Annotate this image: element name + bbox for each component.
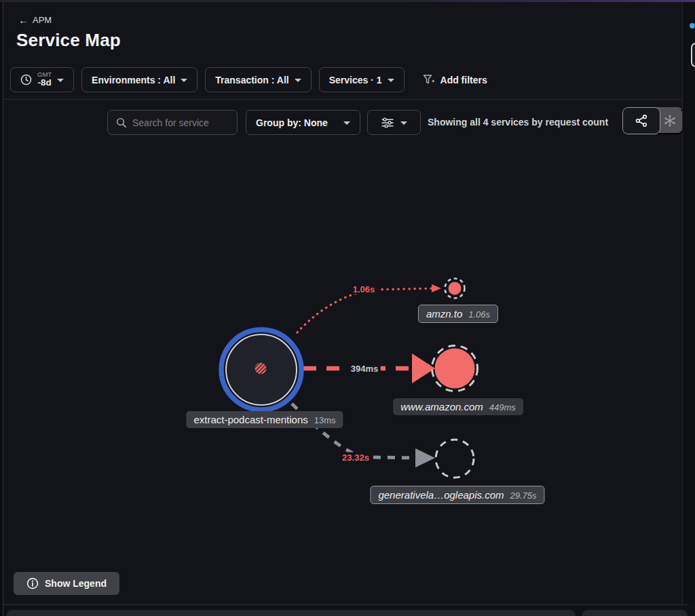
service-search bbox=[107, 110, 238, 135]
node-label-generative-googleapis[interactable]: generativela…ogleapis.com 29.75s bbox=[370, 486, 544, 504]
chevron-down-icon bbox=[295, 79, 301, 82]
chevron-down-icon bbox=[181, 79, 187, 82]
edge-latency-amazon: 394ms bbox=[348, 364, 381, 374]
node-label-www-amazon-com[interactable]: www.amazon.com 449ms bbox=[393, 398, 523, 415]
bottom-card-right[interactable] bbox=[582, 610, 688, 616]
share-graph-icon bbox=[635, 114, 648, 128]
filter-bar: GMT -8d Environments : All Transaction :… bbox=[10, 67, 487, 92]
chevron-down-icon bbox=[343, 121, 350, 125]
chevron-down-icon bbox=[400, 121, 407, 125]
trace-view-button[interactable] bbox=[656, 107, 683, 134]
node-generative-googleapis bbox=[436, 440, 474, 478]
window-top-edge bbox=[0, 0, 695, 2]
service-map-canvas[interactable] bbox=[0, 0, 695, 616]
panel-left-border bbox=[0, 2, 3, 616]
services-count-status: Showing all 4 services by request count bbox=[428, 117, 608, 128]
chevron-down-icon bbox=[57, 79, 64, 82]
group-by-dropdown[interactable]: Group by: None bbox=[246, 110, 360, 135]
breadcrumb-label: APM bbox=[33, 15, 52, 25]
chevron-down-icon bbox=[388, 79, 394, 82]
search-input[interactable] bbox=[132, 117, 229, 128]
bottom-card-left[interactable] bbox=[7, 610, 576, 616]
page-title: Service Map bbox=[16, 30, 121, 51]
back-arrow-icon: ← bbox=[18, 15, 29, 25]
time-range-picker[interactable]: GMT -8d bbox=[10, 67, 74, 92]
add-filters-button[interactable]: Add filters bbox=[423, 67, 487, 92]
breadcrumb-back-apm[interactable]: ← APM bbox=[18, 15, 52, 25]
edge-latency-amzn: 1.06s bbox=[350, 284, 378, 294]
show-legend-button[interactable]: Show Legend bbox=[14, 572, 119, 595]
node-www-amazon-com bbox=[432, 346, 478, 391]
node-label-extract-podcast-mentions[interactable]: extract-podcast-mentions 13ms bbox=[186, 411, 343, 428]
map-settings-dropdown[interactable] bbox=[367, 110, 421, 135]
search-icon bbox=[116, 117, 127, 128]
transaction-filter[interactable]: Transaction : All bbox=[205, 67, 311, 92]
sliders-icon bbox=[381, 117, 394, 128]
time-range-value: GMT -8d bbox=[37, 71, 52, 88]
edge-latency-generative: 23.32s bbox=[339, 453, 372, 463]
node-label-amzn-to[interactable]: amzn.to 1.06s bbox=[418, 305, 498, 323]
graph-view-button[interactable] bbox=[622, 107, 660, 134]
edge-generative-arrowhead bbox=[415, 448, 435, 467]
filter-plus-icon bbox=[423, 74, 435, 85]
edge-amzn-to-arrowhead bbox=[432, 284, 441, 292]
header-divider bbox=[4, 99, 682, 100]
services-filter[interactable]: Services · 1 bbox=[319, 67, 405, 92]
panel-right-strip bbox=[682, 2, 695, 604]
edge-amzn-to bbox=[297, 288, 433, 332]
asterisk-icon bbox=[663, 114, 677, 128]
node-extract-podcast-mentions bbox=[221, 330, 301, 410]
notification-dot bbox=[690, 23, 695, 28]
apm-service-map-screen: ← APM Service Map GMT -8d Environments :… bbox=[0, 0, 695, 616]
map-view-toggle bbox=[622, 107, 683, 134]
anomaly-dot-icon bbox=[255, 363, 267, 374]
edge-amazon-arrowhead bbox=[412, 353, 435, 383]
environments-filter[interactable]: Environments : All bbox=[81, 67, 198, 92]
node-amzn-to bbox=[445, 279, 465, 299]
cutoff-panel-edge bbox=[691, 43, 695, 67]
clock-icon bbox=[20, 74, 32, 85]
info-icon bbox=[26, 577, 39, 590]
